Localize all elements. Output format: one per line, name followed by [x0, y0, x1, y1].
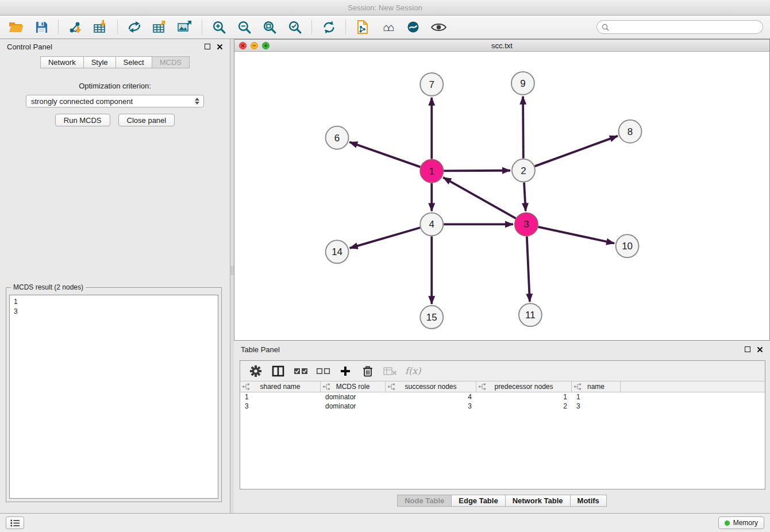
cell-shared-name[interactable]: 3 [240, 402, 321, 410]
network-graph: 7968124314101511 [234, 52, 769, 340]
tab-network[interactable]: Network [40, 56, 84, 68]
table-row[interactable]: 1dominator411 [240, 392, 765, 402]
cell-successor-nodes[interactable]: 3 [386, 402, 476, 410]
tab-style[interactable]: Style [84, 56, 116, 68]
table-panel-title: Table Panel [241, 345, 280, 354]
open-session-button[interactable] [5, 17, 28, 37]
select-all-button[interactable] [293, 364, 308, 379]
column-header-predecessor-nodes[interactable]: predecessor nodes [476, 381, 572, 392]
zoom-out-button[interactable] [233, 17, 256, 37]
apply-style-button[interactable] [402, 17, 425, 37]
cell-shared-name[interactable]: 1 [240, 393, 321, 401]
zoom-in-button[interactable] [207, 17, 230, 37]
window-title: Session: New Session [348, 3, 422, 12]
node-14[interactable]: 14 [326, 240, 349, 263]
table-panel: Table Panel [234, 341, 770, 513]
show-hide-graphics-button[interactable] [427, 17, 450, 37]
tab-edge-table[interactable]: Edge Table [452, 495, 505, 507]
edge-3-1[interactable] [443, 178, 515, 218]
memory-label: Memory [733, 519, 758, 527]
zoom-selected-button[interactable] [283, 17, 306, 37]
tab-network-table[interactable]: Network Table [506, 495, 571, 507]
zoom-window-icon[interactable] [262, 42, 270, 49]
function-builder-button[interactable]: f(x) [405, 364, 421, 379]
export-table-icon [152, 20, 168, 34]
task-history-button[interactable] [6, 516, 24, 529]
node-6[interactable]: 6 [326, 126, 349, 149]
export-image-button[interactable] [174, 17, 197, 37]
node-3[interactable]: 3 [515, 213, 538, 236]
close-panel-icon[interactable] [217, 44, 223, 50]
edge-1-6[interactable] [349, 142, 420, 167]
edge-4-14[interactable] [350, 228, 421, 248]
column-header-shared-name[interactable]: shared name [240, 381, 321, 392]
close-table-panel-icon[interactable] [757, 346, 763, 353]
import-network-button[interactable] [64, 17, 87, 37]
new-network-button[interactable] [123, 17, 146, 37]
edge-2-3[interactable] [524, 183, 526, 211]
delete-row-button[interactable] [360, 364, 375, 379]
edge-3-10[interactable] [538, 227, 614, 244]
mcds-result-text[interactable]: 13 [9, 295, 218, 499]
clone-network-button[interactable] [351, 17, 374, 37]
node-4[interactable]: 4 [420, 213, 443, 236]
column-header-name[interactable]: name [572, 381, 621, 392]
node-label: 7 [429, 79, 434, 90]
delete-table-button[interactable] [383, 364, 398, 379]
tab-motifs[interactable]: Motifs [571, 495, 607, 507]
memory-button[interactable]: Memory [718, 516, 764, 529]
home-button[interactable]: ⌂⌂ [376, 17, 399, 37]
refresh-icon [322, 20, 336, 34]
style-badge-icon [406, 20, 420, 34]
cell-successor-nodes[interactable]: 4 [386, 393, 476, 401]
column-type-icon [388, 383, 395, 390]
cell-name[interactable]: 1 [572, 393, 621, 401]
edge-3-11[interactable] [527, 236, 530, 302]
node-11[interactable]: 11 [519, 303, 542, 326]
network-window: scc.txt 7968124314101511 [234, 39, 770, 341]
tab-mcds[interactable]: MCDS [152, 56, 190, 68]
refresh-button[interactable] [317, 17, 340, 37]
node-8[interactable]: 8 [619, 120, 642, 143]
node-10[interactable]: 10 [616, 234, 639, 257]
cell-MCDS-role[interactable]: dominator [321, 393, 386, 401]
columns-icon [272, 365, 284, 377]
unselect-all-button[interactable] [315, 364, 330, 379]
node-label: 11 [525, 310, 536, 321]
tab-select[interactable]: Select [116, 56, 152, 68]
column-header-successor-nodes[interactable]: successor nodes [386, 381, 476, 392]
float-table-panel-icon[interactable] [745, 346, 750, 352]
zoom-fit-button[interactable] [258, 17, 281, 37]
cell-predecessor-nodes[interactable]: 2 [476, 402, 572, 410]
node-15[interactable]: 15 [420, 306, 443, 329]
show-columns-button[interactable] [271, 364, 286, 379]
float-panel-icon[interactable] [205, 44, 210, 49]
node-9[interactable]: 9 [511, 72, 534, 95]
save-session-button[interactable] [30, 17, 53, 37]
tab-node-table[interactable]: Node Table [397, 495, 452, 507]
edge-1-2[interactable] [444, 171, 510, 171]
edge-2-9[interactable] [523, 97, 523, 159]
minimize-window-icon[interactable] [251, 42, 258, 49]
node-label: 3 [523, 219, 529, 230]
table-row[interactable]: 3dominator323 [240, 402, 765, 411]
export-table-button[interactable] [148, 17, 171, 37]
cell-name[interactable]: 3 [572, 402, 621, 410]
node-2[interactable]: 2 [512, 159, 535, 182]
edge-2-8[interactable] [535, 136, 618, 167]
close-window-icon[interactable] [239, 42, 247, 49]
network-canvas[interactable]: 7968124314101511 [234, 52, 769, 340]
import-table-icon [93, 20, 109, 34]
node-7[interactable]: 7 [420, 73, 443, 96]
import-table-button[interactable] [89, 17, 112, 37]
criterion-dropdown[interactable]: strongly connected component [26, 95, 204, 107]
close-panel-button[interactable]: Close panel [118, 114, 175, 126]
cell-predecessor-nodes[interactable]: 1 [476, 393, 572, 401]
settings-gear-button[interactable] [248, 364, 263, 379]
add-row-button[interactable] [338, 364, 353, 379]
node-1[interactable]: 1 [420, 160, 443, 183]
run-mcds-button[interactable]: Run MCDS [55, 114, 110, 126]
column-header-MCDS-role[interactable]: MCDS role [321, 381, 386, 392]
search-input[interactable] [612, 21, 763, 33]
cell-MCDS-role[interactable]: dominator [321, 402, 386, 410]
